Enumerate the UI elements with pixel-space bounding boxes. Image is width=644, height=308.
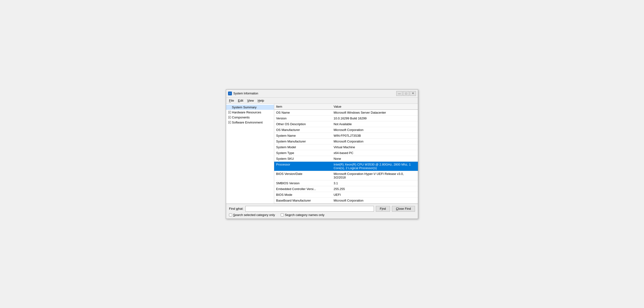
table-cell-item: BIOS Mode [274,192,332,198]
table-cell-item: System Manufacturer [274,138,332,144]
maximize-button[interactable]: □ [403,91,409,96]
table-row[interactable]: System SKUNone [274,156,418,162]
table-cell-value: Microsoft Corporation [332,198,418,203]
title-bar: i System Information — □ ✕ [226,90,418,98]
detail-table: Item Value OS NameMicrosoft Windows Serv… [274,104,418,204]
sidebar-label-hardware-resources: Hardware Resources [232,110,261,114]
find-input[interactable] [245,206,374,212]
table-cell-item: System SKU [274,156,332,162]
menu-edit[interactable]: Edit [236,98,245,103]
main-window: i System Information — □ ✕ File Edit Vie… [226,89,418,219]
menu-view[interactable]: View [245,98,256,103]
table-cell-value: 3.1 [332,180,418,186]
window-controls: — □ ✕ [396,91,416,96]
header-value: Value [332,104,418,110]
menu-file[interactable]: File [227,98,236,103]
find-row-input: Find what: Find Close Find [229,206,415,212]
table-cell-item: SMBIOS Version [274,180,332,186]
header-item: Item [274,104,332,110]
close-find-button[interactable]: Close Find [392,206,415,212]
table-cell-value: UEFI [332,192,418,198]
search-category-names-checkbox[interactable]: Search category names only [281,213,324,217]
table-row[interactable]: System NameWIN-FP07LJ73S3B [274,132,418,138]
table-cell-value: Intel(R) Xeon(R) CPU W3530 @ 2.80GHz, 28… [332,162,418,171]
table-row[interactable]: System ModelVirtual Machine [274,144,418,150]
menu-bar: File Edit View Help [226,98,418,104]
find-bar: Find what: Find Close Find Search select… [226,204,418,219]
find-label: Find what: [229,207,244,210]
table-cell-item: OS Name [274,110,332,116]
table-cell-item: Processor [274,162,332,171]
table-row[interactable]: Version10.0.16299 Build 16299 [274,115,418,121]
table-row[interactable]: System Typex64-based PC [274,150,418,156]
table-cell-value: None [332,156,418,162]
table-cell-item: Version [274,115,332,121]
table-cell-value: 10.0.16299 Build 16299 [332,115,418,121]
sidebar: System Summary + Hardware Resources + Co… [226,104,274,204]
table-cell-value: Microsoft Corporation Hyper-V UEFI Relea… [332,171,418,180]
table-row[interactable]: SMBIOS Version3.1 [274,180,418,186]
table-cell-item: System Name [274,132,332,138]
table-cell-item: Other OS Description [274,121,332,127]
table-row[interactable]: OS NameMicrosoft Windows Server Datacent… [274,110,418,116]
find-row-options: Search selected category only Search cat… [229,213,415,217]
sidebar-item-system-summary[interactable]: System Summary [226,105,274,110]
search-category-names-input[interactable] [281,213,284,216]
sidebar-item-hardware-resources[interactable]: + Hardware Resources [226,110,274,115]
table-row[interactable]: ProcessorIntel(R) Xeon(R) CPU W3530 @ 2.… [274,162,418,171]
system-info-table: Item Value OS NameMicrosoft Windows Serv… [274,104,418,204]
table-row[interactable]: BIOS ModeUEFI [274,192,418,198]
table-row[interactable]: OS ManufacturerMicrosoft Corporation [274,127,418,132]
table-row[interactable]: BaseBoard ManufacturerMicrosoft Corporat… [274,198,418,203]
table-row[interactable]: System ManufacturerMicrosoft Corporation [274,138,418,144]
close-button[interactable]: ✕ [410,91,416,96]
expand-icon-components: + [228,116,231,119]
window-title: System Information [233,92,396,95]
expand-icon-hardware-resources: + [228,111,231,114]
table-cell-value: x64-based PC [332,150,418,156]
table-cell-item: OS Manufacturer [274,127,332,132]
table-cell-value: Microsoft Windows Server Datacenter [332,110,418,116]
table-row[interactable]: Embedded Controller Versi...255.255 [274,186,418,192]
table-cell-value: Virtual Machine [332,144,418,150]
expand-icon-software-environment: + [228,121,231,124]
table-cell-value: Microsoft Corporation [332,127,418,132]
table-cell-item: BIOS Version/Date [274,171,332,180]
detail-pane: Item Value OS NameMicrosoft Windows Serv… [274,104,418,204]
sidebar-item-components[interactable]: + Components [226,115,274,120]
sidebar-label-software-environment: Software Environment [232,120,263,124]
table-cell-value: Microsoft Corporation [332,138,418,144]
search-category-names-label: Search category names only [285,213,324,217]
table-row[interactable]: Other OS DescriptionNot Available [274,121,418,127]
app-icon: i [228,92,232,96]
sidebar-label-system-summary: System Summary [232,106,257,109]
table-cell-value: WIN-FP07LJ73S3B [332,132,418,138]
table-cell-item: Embedded Controller Versi... [274,186,332,192]
search-selected-category-label: Search selected category only [233,213,275,217]
table-row[interactable]: BIOS Version/DateMicrosoft Corporation H… [274,171,418,180]
find-button[interactable]: Find [376,206,390,212]
table-cell-item: System Model [274,144,332,150]
table-cell-item: System Type [274,150,332,156]
minimize-button[interactable]: — [396,91,402,96]
table-cell-value: 255.255 [332,186,418,192]
sidebar-label-components: Components [232,116,250,119]
main-content: System Summary + Hardware Resources + Co… [226,104,418,204]
table-cell-item: BaseBoard Manufacturer [274,198,332,203]
search-selected-category-checkbox[interactable]: Search selected category only [229,213,275,217]
search-selected-category-input[interactable] [229,213,232,216]
sidebar-item-software-environment[interactable]: + Software Environment [226,120,274,125]
table-cell-value: Not Available [332,121,418,127]
menu-help[interactable]: Help [256,98,266,103]
